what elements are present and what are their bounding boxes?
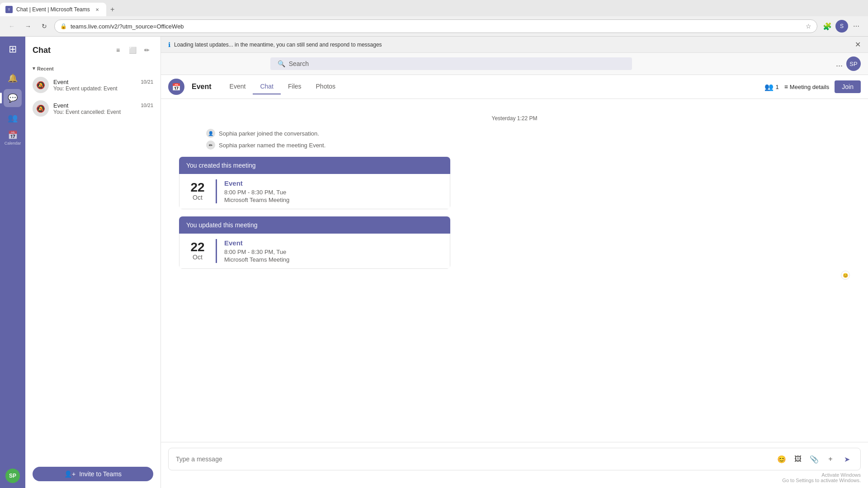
message-input-area: 😊 🖼 📎 + ➤ Activate WindowsGo to Settings… [161, 442, 868, 488]
meeting-card-body-2: 22 Oct Event 8:00 PM - 8:30 PM, Tue Micr… [179, 234, 450, 269]
meeting-card-platform-2: Microsoft Teams Meeting [224, 256, 443, 263]
notification-banner: ℹ Loading latest updates... in the meant… [161, 37, 868, 53]
chat-header-actions: ≡ ⬜ ✏ [112, 44, 153, 56]
user-profile-button[interactable]: SP [846, 56, 861, 71]
chat-item-info-1: Event 10/21 You: Event updated: Event [53, 79, 153, 92]
profile-icon[interactable]: S [835, 20, 848, 33]
event-icon: 📅 [168, 79, 184, 95]
meeting-card-time-2: 8:00 PM - 8:30 PM, Tue [224, 249, 443, 255]
chat-item[interactable]: 🔕 Event 10/21 You: Event updated: Event [25, 73, 160, 97]
filter-button[interactable]: ≡ [112, 44, 124, 56]
sidebar-item-teams[interactable]: 👥 [4, 109, 22, 127]
new-tab-button[interactable]: + [106, 3, 119, 16]
meeting-card-created: You created this meeting 22 Oct Event 8:… [179, 157, 850, 209]
attach-button[interactable]: 📎 [808, 453, 821, 465]
search-icon: 🔍 [278, 60, 285, 67]
extensions-icon[interactable]: 🧩 [821, 20, 834, 33]
forward-button[interactable]: → [22, 20, 34, 33]
sidebar-item-activity[interactable]: 🔔 [4, 69, 22, 87]
new-chat-button[interactable]: ✏ [141, 44, 153, 56]
invite-to-teams-button[interactable]: 👤+ Invite to Teams [33, 467, 153, 481]
tab-chat[interactable]: Chat [253, 79, 281, 94]
message-input[interactable] [176, 455, 770, 463]
meeting-date-num-1: 22 [187, 181, 208, 194]
meeting-card-label-1: You created this meeting [186, 162, 256, 169]
meeting-date-num-2: 22 [187, 241, 208, 253]
event-header-actions: 👥 1 ≡ Meeting details Join [764, 80, 861, 93]
system-text-1: Sophia parker joined the conversation. [219, 130, 319, 137]
chat-panel-title: Chat [33, 46, 51, 55]
tab-event[interactable]: Event [222, 79, 253, 94]
activate-windows-notice: Activate WindowsGo to Settings to activa… [168, 472, 861, 483]
recent-section-label[interactable]: ▾ Recent [25, 64, 160, 73]
gif-button[interactable]: 🖼 [792, 453, 804, 465]
more-options-button[interactable]: ... [836, 59, 843, 69]
meeting-details-button[interactable]: ≡ Meeting details [784, 83, 830, 90]
user-avatar: SP [5, 469, 20, 483]
address-bar[interactable]: 🔒 teams.live.com/v2/?utm_source=OfficeWe… [54, 19, 817, 33]
event-tabs: Event Chat Files Photos [222, 79, 343, 94]
bookmark-icon[interactable]: ☆ [806, 23, 811, 30]
pencil-icon: ✏ [206, 141, 215, 150]
join-icon: 👤 [206, 129, 215, 138]
sidebar-item-chat[interactable]: 💬 [4, 89, 22, 107]
video-call-button[interactable]: ⬜ [126, 44, 139, 56]
sidebar-item-avatar[interactable]: SP [4, 467, 22, 485]
event-title: Event [192, 83, 212, 91]
search-box[interactable]: 🔍 Search [270, 57, 632, 70]
event-header: 📅 Event Event Chat Files Photos 👥 [161, 75, 868, 99]
tab-photos[interactable]: Photos [309, 79, 343, 94]
meeting-card-date-1: 22 Oct [179, 174, 216, 209]
refresh-button[interactable]: ↻ [38, 20, 51, 33]
tab-close-button[interactable]: ✕ [94, 6, 101, 13]
chevron-down-icon: ▾ [33, 66, 35, 71]
meeting-card-info-2: Event 8:00 PM - 8:30 PM, Tue Microsoft T… [217, 234, 450, 268]
sidebar-item-teams-logo[interactable]: ⊞ [4, 40, 22, 58]
header-actions: ... SP [836, 56, 861, 71]
meeting-card-1: You created this meeting 22 Oct Event 8:… [179, 157, 450, 209]
meeting-card-2: You updated this meeting 22 Oct Event 8:… [179, 216, 450, 269]
sidebar-item-calendar[interactable]: 📅 Calendar [4, 129, 22, 147]
chat-icon: 💬 [8, 93, 18, 103]
invite-icon: 👤+ [64, 470, 75, 478]
activity-icon: 🔔 [8, 73, 18, 83]
bell-muted-icon-2: 🔕 [36, 104, 45, 113]
meeting-date-month-2: Oct [187, 253, 208, 261]
tab-files[interactable]: Files [281, 79, 309, 94]
add-button[interactable]: + [824, 453, 837, 465]
active-tab[interactable]: T Chat | Event | Microsoft Teams ✕ [0, 3, 106, 16]
participants-button[interactable]: 👥 1 [764, 83, 778, 91]
meeting-card-header-1: You created this meeting [179, 157, 450, 174]
menu-icon[interactable]: ⋯ [850, 20, 863, 33]
teams-icon: 👥 [8, 113, 18, 123]
lock-icon: 🔒 [60, 23, 67, 29]
calendar-label: Calendar [5, 141, 21, 145]
meeting-card-updated: You updated this meeting 22 Oct Event 8:… [179, 216, 850, 280]
meeting-card-label-2: You updated this meeting [186, 221, 258, 229]
emoji-button[interactable]: 😊 [775, 453, 788, 465]
notification-close-button[interactable]: ✕ [855, 40, 861, 49]
tab-favicon: T [5, 6, 13, 13]
bell-muted-icon: 🔕 [36, 81, 45, 89]
teams-search-bar: 🔍 Search ... SP [161, 53, 868, 75]
join-button[interactable]: Join [835, 80, 861, 93]
reaction-button[interactable]: 😊 [841, 271, 850, 280]
send-button[interactable]: ➤ [840, 453, 853, 465]
back-button[interactable]: ← [5, 20, 18, 33]
chat-item[interactable]: 🔕 Event 10/21 You: Event cancelled: Even… [25, 97, 160, 120]
meeting-card-header-2: You updated this meeting [179, 216, 450, 234]
chat-panel: Chat ≡ ⬜ ✏ ▾ Recent 🔕 Event 10/21 You: E… [25, 37, 161, 488]
chat-item-name-1: Event [53, 79, 68, 85]
chat-item-avatar-1: 🔕 [33, 77, 49, 93]
system-text-2: Sophia parker named the meeting Event. [219, 142, 326, 149]
chat-item-name-2: Event [53, 102, 68, 109]
list-icon: ≡ [784, 83, 788, 90]
chat-item-info-2: Event 10/21 You: Event cancelled: Event [53, 102, 153, 115]
input-actions: 😊 🖼 📎 + ➤ [775, 453, 853, 465]
main-content: ℹ Loading latest updates... in the meant… [161, 37, 868, 488]
participants-icon: 👥 [764, 83, 774, 91]
system-message-1: 👤 Sophia parker joined the conversation. [179, 129, 850, 138]
chat-messages-area: Yesterday 1:22 PM 👤 Sophia parker joined… [161, 99, 868, 442]
meeting-card-info-1: Event 8:00 PM - 8:30 PM, Tue Microsoft T… [217, 174, 450, 209]
message-input-box: 😊 🖼 📎 + ➤ [168, 448, 861, 470]
